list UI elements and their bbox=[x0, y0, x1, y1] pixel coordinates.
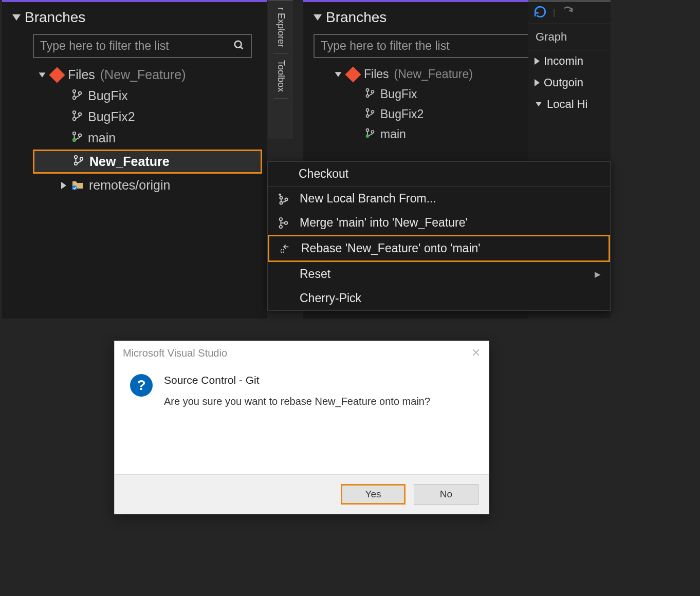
svg-point-12 bbox=[75, 162, 78, 165]
svg-point-5 bbox=[73, 111, 76, 114]
collapse-icon bbox=[314, 14, 322, 21]
outgoing-label: Outgoin bbox=[544, 76, 583, 89]
svg-point-29 bbox=[280, 217, 283, 220]
branch-icon bbox=[365, 87, 375, 101]
collapse-icon bbox=[536, 102, 541, 106]
svg-point-31 bbox=[285, 221, 288, 225]
expand-icon bbox=[335, 72, 342, 77]
incoming-label: Incomin bbox=[544, 54, 583, 68]
branch-label: BugFix bbox=[88, 88, 128, 103]
git-icon bbox=[345, 66, 361, 82]
ctx-checkout[interactable]: Checkout bbox=[268, 162, 610, 187]
svg-point-10 bbox=[79, 134, 82, 137]
confirm-rebase-dialog: Microsoft Visual Studio ✕ ? Source Contr… bbox=[114, 341, 489, 514]
svg-point-25 bbox=[372, 131, 374, 133]
branches-header[interactable]: Branches bbox=[2, 2, 267, 30]
filter-box[interactable] bbox=[33, 34, 252, 58]
svg-point-9 bbox=[73, 139, 76, 142]
svg-point-24 bbox=[366, 135, 369, 137]
branch-item-bugfix[interactable]: BugFix bbox=[33, 85, 267, 106]
branch-item-bugfix2[interactable]: BugFix2 bbox=[33, 106, 267, 127]
svg-point-11 bbox=[75, 156, 78, 159]
svg-point-2 bbox=[73, 90, 76, 93]
expand-icon bbox=[39, 72, 46, 78]
branch-tree: Files (New_Feature) BugFix BugFix2 main … bbox=[2, 64, 267, 196]
branches-title: Branches bbox=[326, 9, 386, 26]
svg-point-28 bbox=[285, 198, 288, 200]
remotes-label: remotes/origin bbox=[89, 178, 170, 193]
merge-icon bbox=[276, 217, 290, 229]
svg-point-21 bbox=[366, 115, 369, 117]
svg-point-17 bbox=[366, 89, 369, 91]
tab-explorer[interactable]: r Explorer bbox=[273, 1, 288, 54]
svg-line-1 bbox=[241, 46, 243, 49]
ctx-rebase[interactable]: Rebase 'New_Feature' onto 'main' bbox=[268, 235, 610, 262]
branch-item-new-feature[interactable]: New_Feature bbox=[33, 150, 262, 174]
filter-input[interactable] bbox=[40, 39, 233, 53]
branch-label: BugFix2 bbox=[380, 107, 423, 121]
repo-branch: (New_Feature) bbox=[100, 67, 186, 82]
graph-incoming[interactable]: Incomin bbox=[528, 50, 611, 72]
dialog-message: Are you sure you want to rebase New_Feat… bbox=[164, 396, 430, 407]
svg-point-8 bbox=[73, 132, 76, 135]
repo-row[interactable]: Files (New_Feature) bbox=[33, 64, 267, 85]
expand-icon bbox=[535, 58, 540, 65]
ctx-reset[interactable]: Reset ▸ bbox=[268, 262, 610, 286]
branch-icon bbox=[73, 154, 84, 169]
ctx-cherry-pick[interactable]: Cherry-Pick bbox=[268, 286, 610, 310]
svg-point-20 bbox=[366, 109, 369, 111]
svg-rect-32 bbox=[281, 249, 284, 252]
ctx-merge[interactable]: Merge 'main' into 'New_Feature' bbox=[268, 211, 610, 235]
svg-point-19 bbox=[372, 90, 374, 93]
branch-context-menu: Checkout New Local Branch From... Merge … bbox=[267, 161, 611, 311]
branch-icon bbox=[365, 107, 375, 121]
remotes-row[interactable]: remotes/origin bbox=[33, 175, 267, 196]
local-label: Local Hi bbox=[547, 98, 587, 111]
branch-label: main bbox=[88, 131, 116, 145]
svg-point-13 bbox=[80, 158, 83, 161]
sync-icon[interactable] bbox=[561, 6, 574, 20]
svg-point-22 bbox=[372, 110, 374, 113]
collapse-icon bbox=[12, 14, 21, 21]
graph-outgoing[interactable]: Outgoin bbox=[528, 72, 611, 94]
no-button[interactable]: No bbox=[414, 484, 478, 505]
dialog-buttons: Yes No bbox=[115, 474, 489, 514]
svg-point-6 bbox=[73, 118, 76, 121]
ctx-label: Cherry-Pick bbox=[300, 291, 361, 305]
branch-icon bbox=[71, 109, 83, 124]
ctx-label: Rebase 'New_Feature' onto 'main' bbox=[301, 241, 481, 255]
branch-label: BugFix2 bbox=[88, 109, 135, 124]
svg-point-18 bbox=[366, 95, 369, 97]
graph-local-history[interactable]: Local Hi bbox=[528, 94, 611, 115]
branches-panel-left: Branches Files (New_Feature) BugFix BugF… bbox=[2, 0, 267, 319]
repo-label: Files bbox=[68, 67, 95, 82]
svg-point-0 bbox=[235, 41, 242, 47]
branch-icon bbox=[365, 127, 375, 141]
ctx-label: Reset bbox=[300, 267, 330, 281]
expand-icon bbox=[61, 182, 66, 189]
dialog-heading: Source Control - Git bbox=[164, 374, 430, 386]
dialog-body: ? Source Control - Git Are you sure you … bbox=[115, 365, 489, 474]
vertical-tabs: r Explorer Toolbox bbox=[268, 0, 293, 139]
branch-icon bbox=[71, 88, 83, 103]
dialog-titlebar: Microsoft Visual Studio ✕ bbox=[115, 341, 489, 365]
branch-label: main bbox=[380, 127, 406, 141]
branch-icon bbox=[71, 131, 83, 145]
refresh-icon[interactable] bbox=[533, 5, 547, 21]
yes-button[interactable]: Yes bbox=[341, 484, 406, 505]
branch-item-main[interactable]: main bbox=[33, 127, 267, 148]
branch-label: New_Feature bbox=[89, 154, 170, 169]
branches-title: Branches bbox=[25, 9, 85, 26]
new-branch-icon bbox=[276, 193, 290, 205]
rebase-icon bbox=[278, 243, 292, 254]
search-icon[interactable] bbox=[233, 40, 245, 53]
repo-label: Files bbox=[364, 67, 389, 81]
dialog-text: Source Control - Git Are you sure you wa… bbox=[164, 374, 430, 469]
ctx-label: Checkout bbox=[299, 167, 348, 181]
close-icon[interactable]: ✕ bbox=[471, 346, 481, 360]
svg-point-7 bbox=[79, 113, 82, 116]
tab-toolbox[interactable]: Toolbox bbox=[273, 54, 288, 99]
ctx-new-branch[interactable]: New Local Branch From... bbox=[268, 187, 610, 211]
branch-label: BugFix bbox=[380, 87, 417, 101]
folder-icon bbox=[71, 178, 84, 193]
